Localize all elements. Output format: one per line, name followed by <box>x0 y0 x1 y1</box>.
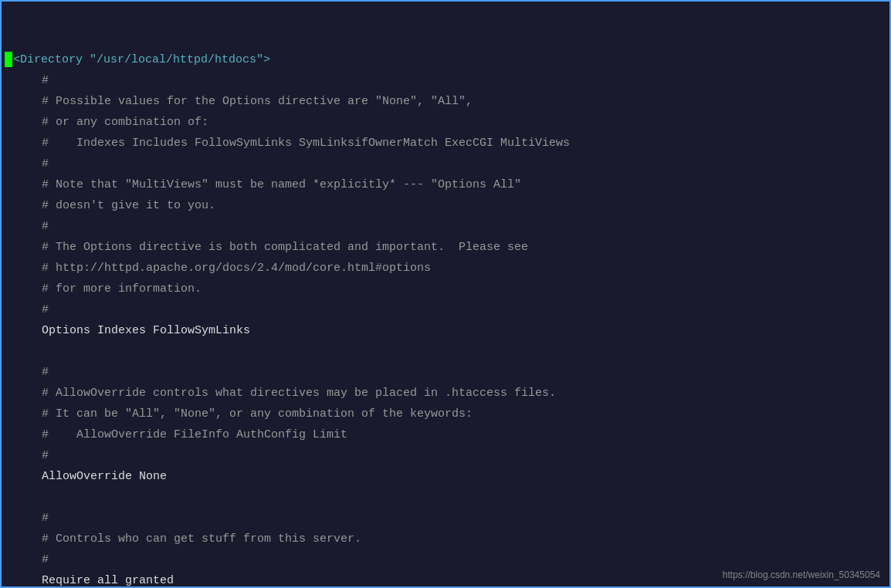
code-line: # Controls who can get stuff from this s… <box>2 529 889 549</box>
code-line: # <box>2 70 889 91</box>
code-line: # doesn't give it to you. <box>2 195 889 216</box>
code-line: AllowOverride None <box>2 466 889 487</box>
code-line: # The Options directive is both complica… <box>2 237 889 258</box>
code-line <box>2 487 889 508</box>
code-line: # <box>2 362 889 383</box>
code-line: # It can be "All", "None", or any combin… <box>2 404 889 424</box>
code-line: # http://httpd.apache.org/docs/2.4/mod/c… <box>2 258 889 279</box>
code-line <box>2 341 889 362</box>
code-line: # <box>2 154 889 174</box>
code-line: # <box>2 549 889 570</box>
code-block[interactable]: <Directory "/usr/local/httpd/htdocs"> # … <box>2 2 889 586</box>
code-line: # <box>2 445 889 466</box>
code-line: # for more information. <box>2 279 889 299</box>
code-line: # Possible values for the Options direct… <box>2 91 889 112</box>
code-line: # Indexes Includes FollowSymLinks SymLin… <box>2 133 889 154</box>
code-line: Options Indexes FollowSymLinks <box>2 320 889 341</box>
code-line: # <box>2 508 889 529</box>
code-line: <Directory "/usr/local/httpd/htdocs"> <box>2 49 889 70</box>
code-content: <Directory "/usr/local/httpd/htdocs"> # … <box>2 49 889 588</box>
code-line: # or any combination of: <box>2 112 889 133</box>
watermark-text: https://blog.csdn.net/weixin_50345054 <box>723 569 880 580</box>
code-line: # <box>2 299 889 320</box>
code-line: # AllowOverride FileInfo AuthConfig Limi… <box>2 424 889 445</box>
code-line: # Note that "MultiViews" must be named *… <box>2 174 889 195</box>
code-line: # <box>2 216 889 237</box>
code-container: <Directory "/usr/local/httpd/htdocs"> # … <box>0 0 891 588</box>
code-line: # AllowOverride controls what directives… <box>2 383 889 404</box>
cursor-indicator <box>5 52 12 67</box>
